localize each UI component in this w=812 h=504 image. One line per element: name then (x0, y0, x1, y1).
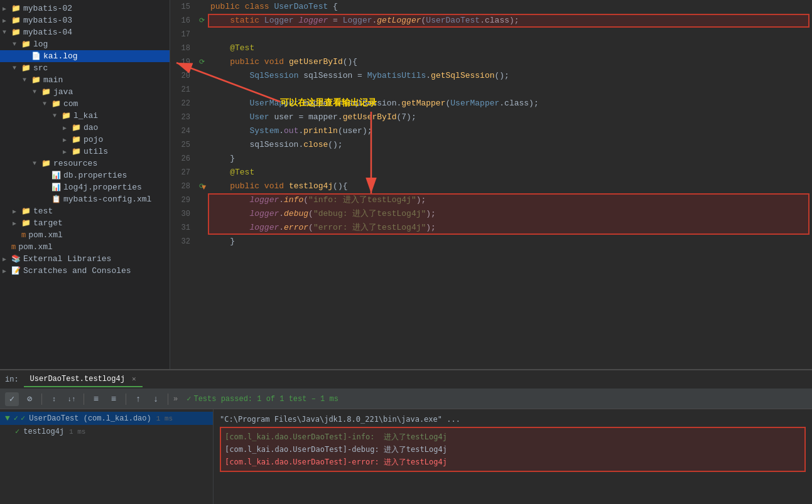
folder-icon: 📁 (51, 99, 61, 109)
item-label: log (33, 40, 48, 49)
test-item-testlog4j[interactable]: ✓ testlog4j 1 ms (0, 425, 213, 438)
item-label: pom.xml (28, 230, 63, 240)
expand-arrow-icon: ▼ (5, 414, 10, 423)
sidebar-item-mybatis-config[interactable]: 📋 mybatis-config.xml (0, 193, 170, 205)
line-gutter: ⟳ ▼ (195, 180, 208, 193)
sidebar-item-src[interactable]: ▼ 📁 src (0, 62, 170, 74)
sidebar-item-target[interactable]: ▶ 📁 target (0, 217, 170, 229)
item-label: External Libraries (23, 254, 111, 264)
arrow-icon: ▶ (3, 267, 11, 275)
sidebar-item-resources[interactable]: ▼ 📁 resources (0, 158, 170, 169)
arrow-icon: ▼ (53, 112, 62, 119)
code-line-22: 22 UserMapper mapper = sqlSession.getMap… (170, 97, 812, 110)
test-item-label: UserDaoTest (com.l_kai.dao) (29, 414, 151, 423)
toolbar-down-btn[interactable]: ↓ (149, 392, 163, 406)
item-label: kai.log (43, 51, 78, 61)
sidebar-item-pom-root[interactable]: m pom.xml (0, 241, 170, 253)
sidebar-item-test[interactable]: ▶ 📁 test (0, 205, 170, 217)
line-code: static Logger logger = Logger.getLogger(… (208, 14, 812, 28)
scratch-icon: 📝 (11, 266, 21, 276)
sidebar-item-log4j-properties[interactable]: 📊 log4j.properties (0, 181, 170, 193)
arrow-icon: ▼ (3, 29, 11, 36)
sidebar-item-mybatis-04[interactable]: ▼ 📁 mybatis-04 (0, 26, 170, 38)
code-line-16: 16 ⟳ static Logger logger = Logger.getLo… (170, 14, 812, 28)
line-gutter: ⟳ (195, 55, 208, 69)
tab-userdaotest-testlog4j[interactable]: UserDaoTest.testlog4j ✕ (24, 372, 143, 387)
test-passed-text: Tests passed: 1 of 1 test – 1 ms (193, 395, 338, 404)
toolbar-sort-btn[interactable]: ↕ (47, 392, 61, 406)
line-code: logger.error("error: 进入了testLog4j"); (208, 221, 812, 235)
toolbar-check-btn[interactable]: ✓ (5, 392, 19, 406)
line-code: public void testlog4j(){ (208, 180, 812, 193)
arrow-icon: ▼ (43, 100, 51, 107)
sidebar-item-kai-log[interactable]: 📄 kai.log (0, 50, 170, 62)
toolbar-up-btn[interactable]: ↑ (131, 392, 145, 406)
sidebar-item-pom-inner[interactable]: m pom.xml (0, 229, 170, 241)
sidebar-item-mybatis-02[interactable]: ▶ 📁 mybatis-02 (0, 3, 170, 14)
sidebar-item-l-kai[interactable]: ▼ 📁 l_kai (0, 110, 170, 122)
sidebar-item-java[interactable]: ▼ 📁 java (0, 86, 170, 98)
sidebar-item-external-libs[interactable]: ▶ 📚 External Libraries (0, 253, 170, 265)
line-code: sqlSession.close(); (208, 138, 812, 152)
sidebar-item-utils[interactable]: ▶ 📁 utils (0, 146, 170, 158)
code-line-23: 23 User user = mapper.getUserById(7); (170, 110, 812, 124)
code-line-24: 24 System.out.println(user); (170, 124, 812, 138)
sidebar-item-dao[interactable]: ▶ 📁 dao (0, 122, 170, 134)
line-number: 21 (170, 83, 195, 97)
code-line-18: 18 @Test (170, 41, 812, 55)
tab-close-button[interactable]: ✕ (132, 375, 136, 383)
arrow-icon (13, 232, 21, 239)
code-line-30: 30 logger.debug("debug: 进入了testLog4j"); (170, 207, 812, 221)
sidebar-item-main[interactable]: ▼ 📁 main (0, 74, 170, 86)
arrow-icon: ▼ (13, 65, 21, 72)
line-code: User user = mapper.getUserById(7); (208, 110, 812, 124)
folder-icon: 📁 (41, 87, 51, 97)
line-number: 23 (170, 110, 195, 124)
folder-icon: 📁 (21, 40, 31, 49)
code-line-26: 26 } (170, 152, 812, 166)
item-label: target (33, 218, 63, 228)
folder-icon: 📁 (72, 135, 81, 144)
arrow-icon: ▼ (33, 160, 41, 167)
arrow-icon (43, 184, 51, 191)
bottom-tabs: in: UserDaoTest.testlog4j ✕ (0, 370, 812, 389)
sidebar-item-log[interactable]: ▼ 📁 log (0, 38, 170, 50)
bottom-content: ▼ ✓ ✓ UserDaoTest (com.l_kai.dao) 1 ms ✓… (0, 409, 812, 504)
toolbar-menu1-btn[interactable]: ≡ (89, 392, 103, 406)
folder-icon: 📁 (11, 28, 21, 37)
pass-check-icon: ✓ (21, 414, 25, 423)
toolbar-menu2-btn[interactable]: ≡ (107, 392, 121, 406)
tab-label: UserDaoTest.testlog4j (30, 375, 125, 383)
item-label: java (53, 87, 73, 97)
console-line-error: [com.l_kai.dao.UserDaoTest]-error: 进入了te… (225, 456, 801, 468)
console-line-info: [com.l_kai.dao.UserDaoTest]-info: 进入了tes… (225, 431, 801, 443)
item-label: dao (84, 123, 98, 132)
item-label: mybatis-config.xml (63, 195, 151, 204)
code-line-28: 28 ⟳ ▼ public void testlog4j(){ (170, 180, 812, 193)
console-line-debug: [com.l_kai.dao.UserDaoTest]-debug: 进入了te… (225, 443, 801, 456)
item-label: Scratches and Consoles (23, 266, 131, 276)
sidebar-item-com[interactable]: ▼ 📁 com (0, 98, 170, 110)
line-number: 22 (170, 97, 195, 110)
sidebar-item-mybatis-03[interactable]: ▶ 📁 mybatis-03 (0, 14, 170, 26)
arrow-icon: ▶ (13, 220, 21, 227)
item-label: com (63, 99, 78, 109)
item-label: pom.xml (18, 242, 53, 252)
code-line-20: 20 SqlSession sqlSession = MybatisUtils.… (170, 69, 812, 83)
sidebar-item-pojo[interactable]: ▶ 📁 pojo (0, 134, 170, 146)
line-code: @Test (208, 166, 812, 180)
line-number: 24 (170, 124, 195, 138)
bottom-label: in: (5, 375, 19, 384)
ext-lib-icon: 📚 (11, 254, 21, 264)
toolbar-sort2-btn[interactable]: ↓↑ (65, 392, 78, 406)
line-number: 26 (170, 152, 195, 166)
item-label: db.properties (63, 171, 127, 180)
sidebar-item-db-properties[interactable]: 📊 db.properties (0, 169, 170, 181)
test-item-userdaotest[interactable]: ▼ ✓ ✓ UserDaoTest (com.l_kai.dao) 1 ms (0, 412, 213, 425)
folder-icon: 📁 (21, 63, 31, 73)
test-pass-icon: ✓ (14, 414, 18, 423)
sidebar-item-scratches[interactable]: ▶ 📝 Scratches and Consoles (0, 265, 170, 277)
toolbar-stop-btn[interactable]: ⊘ (23, 392, 36, 406)
item-label: l_kai (73, 111, 98, 121)
line-number: 32 (170, 235, 195, 249)
